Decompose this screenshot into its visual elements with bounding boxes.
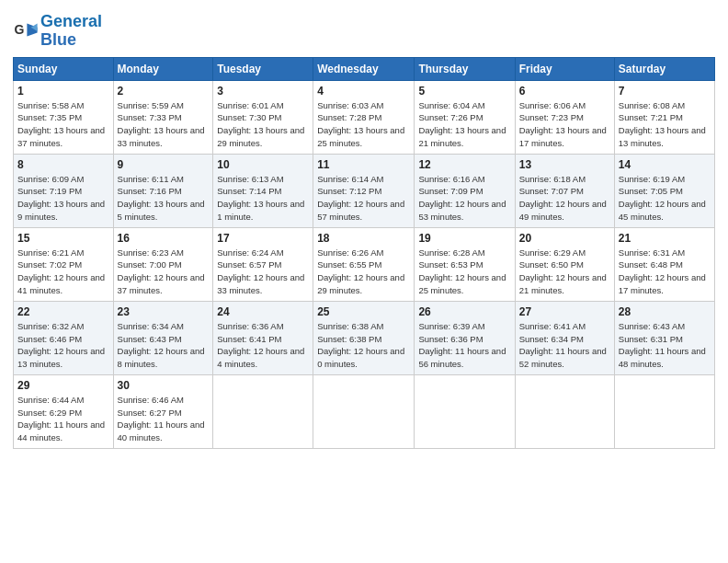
calendar-cell: 10 Sunrise: 6:13 AMSunset: 7:14 PMDaylig… xyxy=(213,154,313,227)
day-number: 5 xyxy=(418,85,510,98)
calendar-cell: 13 Sunrise: 6:18 AMSunset: 7:07 PMDaylig… xyxy=(515,154,614,227)
calendar-cell: 21 Sunrise: 6:31 AMSunset: 6:48 PMDaylig… xyxy=(614,227,714,301)
day-info: Sunrise: 6:29 AMSunset: 6:50 PMDaylight:… xyxy=(519,247,607,295)
day-info: Sunrise: 6:01 AMSunset: 7:30 PMDaylight:… xyxy=(217,100,304,148)
day-number: 22 xyxy=(17,305,109,318)
day-info: Sunrise: 6:09 AMSunset: 7:19 PMDaylight:… xyxy=(17,174,105,222)
day-info: Sunrise: 6:46 AMSunset: 6:27 PMDaylight:… xyxy=(118,395,205,442)
day-number: 4 xyxy=(317,85,410,98)
calendar-week-row: 1 Sunrise: 5:58 AMSunset: 7:35 PMDayligh… xyxy=(14,80,715,154)
day-number: 2 xyxy=(118,85,210,98)
calendar-cell: 28 Sunrise: 6:43 AMSunset: 6:31 PMDaylig… xyxy=(614,301,714,374)
day-info: Sunrise: 6:21 AMSunset: 7:02 PMDaylight:… xyxy=(17,247,105,295)
calendar-header-row: Sunday Monday Tuesday Wednesday Thursday… xyxy=(14,57,715,80)
day-number: 12 xyxy=(418,158,510,171)
day-number: 17 xyxy=(217,232,309,245)
day-info: Sunrise: 6:41 AMSunset: 6:34 PMDaylight:… xyxy=(519,321,607,369)
day-info: Sunrise: 6:06 AMSunset: 7:23 PMDaylight:… xyxy=(519,100,607,148)
day-number: 27 xyxy=(519,305,610,318)
day-number: 6 xyxy=(519,85,610,98)
calendar-cell: 17 Sunrise: 6:24 AMSunset: 6:57 PMDaylig… xyxy=(213,227,313,301)
col-monday: Monday xyxy=(113,57,213,80)
logo-text: GeneralBlue xyxy=(40,13,102,50)
day-number: 9 xyxy=(118,158,210,171)
calendar-week-row: 15 Sunrise: 6:21 AMSunset: 7:02 PMDaylig… xyxy=(14,227,715,301)
calendar-week-row: 22 Sunrise: 6:32 AMSunset: 6:46 PMDaylig… xyxy=(14,301,715,374)
calendar-cell: 9 Sunrise: 6:11 AMSunset: 7:16 PMDayligh… xyxy=(113,154,213,227)
calendar-cell: 6 Sunrise: 6:06 AMSunset: 7:23 PMDayligh… xyxy=(515,80,614,154)
day-info: Sunrise: 5:59 AMSunset: 7:33 PMDaylight:… xyxy=(118,100,205,148)
day-number: 21 xyxy=(619,232,711,245)
calendar-cell: 16 Sunrise: 6:23 AMSunset: 7:00 PMDaylig… xyxy=(113,227,213,301)
day-number: 20 xyxy=(519,232,610,245)
day-info: Sunrise: 6:19 AMSunset: 7:05 PMDaylight:… xyxy=(619,174,706,222)
calendar-cell: 8 Sunrise: 6:09 AMSunset: 7:19 PMDayligh… xyxy=(14,154,114,227)
col-tuesday: Tuesday xyxy=(213,57,313,80)
day-info: Sunrise: 6:04 AMSunset: 7:26 PMDaylight:… xyxy=(418,100,506,148)
calendar-cell: 25 Sunrise: 6:38 AMSunset: 6:38 PMDaylig… xyxy=(313,301,415,374)
day-number: 11 xyxy=(317,158,410,171)
calendar-cell: 30 Sunrise: 6:46 AMSunset: 6:27 PMDaylig… xyxy=(113,374,213,448)
page-container: G GeneralBlue Sunday Monday Tuesday Wedn… xyxy=(0,0,728,458)
day-number: 26 xyxy=(418,305,510,318)
day-number: 8 xyxy=(17,158,109,171)
calendar-cell xyxy=(313,374,415,448)
calendar-cell: 23 Sunrise: 6:34 AMSunset: 6:43 PMDaylig… xyxy=(113,301,213,374)
day-info: Sunrise: 6:11 AMSunset: 7:16 PMDaylight:… xyxy=(118,174,205,222)
logo-icon: G xyxy=(13,18,39,44)
day-number: 7 xyxy=(619,85,711,98)
calendar-cell: 5 Sunrise: 6:04 AMSunset: 7:26 PMDayligh… xyxy=(415,80,515,154)
calendar-cell: 4 Sunrise: 6:03 AMSunset: 7:28 PMDayligh… xyxy=(313,80,415,154)
calendar-cell: 12 Sunrise: 6:16 AMSunset: 7:09 PMDaylig… xyxy=(415,154,515,227)
day-info: Sunrise: 6:16 AMSunset: 7:09 PMDaylight:… xyxy=(418,174,506,222)
calendar-cell xyxy=(415,374,515,448)
calendar-cell: 15 Sunrise: 6:21 AMSunset: 7:02 PMDaylig… xyxy=(14,227,114,301)
calendar-cell: 29 Sunrise: 6:44 AMSunset: 6:29 PMDaylig… xyxy=(14,374,114,448)
day-number: 23 xyxy=(118,305,210,318)
day-info: Sunrise: 6:03 AMSunset: 7:28 PMDaylight:… xyxy=(317,100,404,148)
day-info: Sunrise: 6:13 AMSunset: 7:14 PMDaylight:… xyxy=(217,174,304,222)
calendar-table: Sunday Monday Tuesday Wednesday Thursday… xyxy=(13,57,715,449)
day-info: Sunrise: 6:24 AMSunset: 6:57 PMDaylight:… xyxy=(217,247,304,295)
calendar-cell: 14 Sunrise: 6:19 AMSunset: 7:05 PMDaylig… xyxy=(614,154,714,227)
calendar-cell xyxy=(515,374,614,448)
day-number: 3 xyxy=(217,85,309,98)
calendar-cell: 7 Sunrise: 6:08 AMSunset: 7:21 PMDayligh… xyxy=(614,80,714,154)
calendar-cell: 24 Sunrise: 6:36 AMSunset: 6:41 PMDaylig… xyxy=(213,301,313,374)
day-number: 24 xyxy=(217,305,309,318)
calendar-cell: 26 Sunrise: 6:39 AMSunset: 6:36 PMDaylig… xyxy=(415,301,515,374)
day-number: 16 xyxy=(118,232,210,245)
day-info: Sunrise: 6:32 AMSunset: 6:46 PMDaylight:… xyxy=(17,321,105,369)
day-info: Sunrise: 6:44 AMSunset: 6:29 PMDaylight:… xyxy=(17,395,105,442)
logo: G GeneralBlue xyxy=(13,13,102,50)
calendar-cell: 27 Sunrise: 6:41 AMSunset: 6:34 PMDaylig… xyxy=(515,301,614,374)
day-info: Sunrise: 6:18 AMSunset: 7:07 PMDaylight:… xyxy=(519,174,607,222)
day-number: 29 xyxy=(17,379,109,392)
col-thursday: Thursday xyxy=(415,57,515,80)
day-info: Sunrise: 6:36 AMSunset: 6:41 PMDaylight:… xyxy=(217,321,304,369)
page-header: G GeneralBlue xyxy=(13,9,715,50)
day-number: 10 xyxy=(217,158,309,171)
svg-text:G: G xyxy=(14,22,24,37)
day-info: Sunrise: 6:08 AMSunset: 7:21 PMDaylight:… xyxy=(619,100,706,148)
day-info: Sunrise: 6:28 AMSunset: 6:53 PMDaylight:… xyxy=(418,247,506,295)
calendar-week-row: 29 Sunrise: 6:44 AMSunset: 6:29 PMDaylig… xyxy=(14,374,715,448)
col-sunday: Sunday xyxy=(14,57,114,80)
calendar-cell xyxy=(213,374,313,448)
day-number: 28 xyxy=(619,305,711,318)
day-info: Sunrise: 6:34 AMSunset: 6:43 PMDaylight:… xyxy=(118,321,205,369)
calendar-cell: 3 Sunrise: 6:01 AMSunset: 7:30 PMDayligh… xyxy=(213,80,313,154)
calendar-cell: 18 Sunrise: 6:26 AMSunset: 6:55 PMDaylig… xyxy=(313,227,415,301)
col-wednesday: Wednesday xyxy=(313,57,415,80)
day-number: 19 xyxy=(418,232,510,245)
day-number: 30 xyxy=(118,379,210,392)
day-info: Sunrise: 6:26 AMSunset: 6:55 PMDaylight:… xyxy=(317,247,404,295)
day-info: Sunrise: 6:14 AMSunset: 7:12 PMDaylight:… xyxy=(317,174,404,222)
day-info: Sunrise: 6:23 AMSunset: 7:00 PMDaylight:… xyxy=(118,247,205,295)
calendar-cell: 11 Sunrise: 6:14 AMSunset: 7:12 PMDaylig… xyxy=(313,154,415,227)
calendar-cell: 19 Sunrise: 6:28 AMSunset: 6:53 PMDaylig… xyxy=(415,227,515,301)
day-info: Sunrise: 6:38 AMSunset: 6:38 PMDaylight:… xyxy=(317,321,404,369)
day-info: Sunrise: 5:58 AMSunset: 7:35 PMDaylight:… xyxy=(17,100,105,148)
day-info: Sunrise: 6:31 AMSunset: 6:48 PMDaylight:… xyxy=(619,247,706,295)
calendar-cell: 1 Sunrise: 5:58 AMSunset: 7:35 PMDayligh… xyxy=(14,80,114,154)
